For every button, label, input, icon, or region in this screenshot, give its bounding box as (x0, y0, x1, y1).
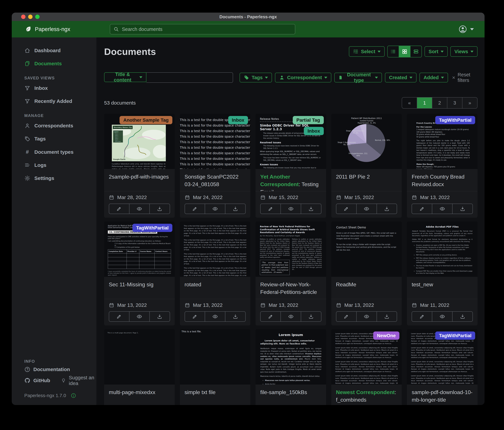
edit-button[interactable] (261, 204, 280, 214)
sidebar-item-documentation[interactable]: Documentation (24, 366, 70, 373)
sidebar-item-dashboard[interactable]: Dashboard (12, 46, 96, 56)
view-button[interactable] (280, 204, 301, 214)
document-thumbnail[interactable]: Adobe Acrobat PDF FilesAdobe® Portable D… (407, 221, 477, 277)
view-grid-button[interactable] (399, 46, 410, 57)
document-card[interactable]: Application for Medical Staff Membership… (104, 221, 175, 326)
view-button[interactable] (432, 204, 452, 214)
document-card[interactable]: Boundary Waters Trip Legend Day 1Day 2Da… (104, 114, 175, 218)
info-circle-icon[interactable] (71, 393, 76, 398)
document-title[interactable]: multi-page-mixedxx (104, 384, 175, 405)
document-thumbnail[interactable]: Release NotesSimba ODBC Driver for SQL S… (255, 114, 326, 169)
document-card[interactable]: Lorem ipsumLorem ipsum dolor sit amet, c… (255, 329, 326, 405)
document-title[interactable]: 2011 BP Pie 2 (331, 169, 402, 191)
view-button[interactable] (205, 204, 225, 214)
document-card[interactable]: Review of New York Federal Petitions for… (255, 221, 326, 326)
document-title[interactable]: simple txt file (180, 384, 251, 405)
edit-button[interactable] (412, 204, 432, 214)
tag-badge[interactable]: Inbox (304, 127, 324, 135)
document-thumbnail[interactable]: French Country Bread For the Leaven1 hea… (407, 114, 477, 169)
document-title[interactable]: Newest Correspondent: f_combineds (331, 384, 402, 405)
edit-button[interactable] (261, 312, 280, 321)
document-title[interactable]: Sonstige ScanPC2022 03-24_081058 (180, 169, 251, 191)
pagination-page-3[interactable]: 3 (447, 97, 462, 108)
document-card[interactable]: French Country Bread For the Leaven1 hea… (407, 114, 477, 218)
document-thumbnail[interactable]: Lorem ipsum dolor sit amet, consectetur … (331, 329, 402, 384)
document-thumbnail[interactable]: This is the text that appears on the fir… (180, 221, 251, 277)
document-card[interactable]: Release NotesSimba ODBC Driver for SQL S… (255, 114, 326, 218)
tag-badge[interactable]: Partial Tag (293, 116, 324, 124)
reset-filters-button[interactable]: × Reset filters (452, 72, 477, 83)
view-button[interactable] (356, 312, 377, 321)
document-title[interactable]: test_new (407, 277, 477, 299)
document-title[interactable]: ReadMe (331, 277, 402, 299)
document-thumbnail[interactable]: Contact Sheet DemoGiven a set of image f… (331, 221, 402, 277)
view-list-button[interactable] (388, 46, 399, 57)
created-filter-button[interactable]: Created (385, 73, 416, 82)
edit-button[interactable] (412, 312, 432, 321)
select-button[interactable]: Select (349, 46, 385, 57)
edit-button[interactable] (109, 204, 129, 214)
pagination-first[interactable]: « (402, 97, 417, 108)
sidebar-item-recently-added[interactable]: Recently Added (12, 96, 96, 106)
download-button[interactable] (149, 204, 170, 214)
document-card[interactable]: This is a multi page document. Page 1. m… (104, 329, 175, 405)
view-button[interactable] (356, 204, 377, 214)
download-button[interactable] (301, 312, 321, 321)
document-card[interactable]: Lorem ipsum dolor sit amet, consectetur … (407, 329, 477, 405)
download-button[interactable] (452, 312, 472, 321)
sort-button[interactable]: Sort (424, 46, 448, 57)
document-title[interactable]: file-sample_150kBs (255, 384, 326, 405)
download-button[interactable] (377, 312, 397, 321)
title-content-filter-button[interactable]: Title & content (104, 72, 146, 82)
download-button[interactable] (301, 204, 321, 214)
added-filter-button[interactable]: Added (420, 73, 448, 82)
sidebar-item-documents[interactable]: Documents (12, 59, 96, 69)
document-thumbnail[interactable]: This is a multi page document. Page 1. (104, 329, 175, 384)
download-button[interactable] (225, 312, 245, 321)
document-thumbnail[interactable]: Application for Medical Staff Membership… (104, 221, 175, 277)
document-card[interactable]: Patient BP Distribution 2011 Normal, 158… (331, 114, 402, 218)
tags-filter-button[interactable]: Tags (240, 73, 272, 82)
document-card[interactable]: This is the text that appears on the fir… (180, 221, 251, 326)
sidebar-item-logs[interactable]: Logs (12, 160, 96, 170)
view-button[interactable] (280, 312, 301, 321)
edit-button[interactable] (185, 204, 205, 214)
document-thumbnail[interactable]: Review of New York Federal Petitions for… (255, 221, 326, 277)
document-thumbnail[interactable]: Boundary Waters Trip Legend Day 1Day 2Da… (104, 114, 175, 169)
correspondent-filter-button[interactable]: Correspondent (275, 73, 331, 82)
document-type-filter-button[interactable]: Document type (334, 73, 382, 82)
filter-query-input[interactable] (146, 72, 233, 83)
sidebar-item-tags[interactable]: Tags (12, 134, 96, 144)
document-title[interactable]: 2sample-pdf-with-images (104, 169, 175, 191)
download-button[interactable] (225, 204, 245, 214)
edit-button[interactable] (185, 312, 205, 321)
document-card[interactable]: Lorem ipsum dolor sit amet, consectetur … (331, 329, 402, 405)
pagination-last[interactable]: » (462, 97, 477, 108)
tag-badge[interactable]: TagWithPartial (435, 331, 475, 340)
tag-badge[interactable]: Inbox (228, 116, 248, 124)
tag-badge[interactable]: NewOne (373, 331, 399, 340)
edit-button[interactable] (109, 312, 129, 321)
sidebar-item-inbox[interactable]: Inbox (12, 83, 96, 93)
tag-badge[interactable]: Another Sample Tag (119, 116, 172, 124)
document-card[interactable]: Contact Sheet DemoGiven a set of image f… (331, 221, 402, 326)
document-title[interactable]: Yet Another Correspondent: Testing Email (255, 169, 326, 191)
pagination-page-1[interactable]: 1 (417, 97, 432, 108)
download-button[interactable] (377, 204, 397, 214)
document-title[interactable]: Sec 11-Missing sig (104, 277, 175, 299)
document-title[interactable]: rotated (180, 277, 251, 299)
global-search[interactable] (110, 24, 295, 34)
document-title[interactable]: sample-pdf-download-10-mb-longer-title (407, 384, 477, 405)
download-button[interactable] (452, 204, 472, 214)
document-correspondent[interactable]: Yet Another Correspondent (260, 174, 299, 187)
edit-button[interactable] (336, 204, 356, 214)
sidebar-item-correspondents[interactable]: Correspondents (12, 121, 96, 131)
pagination-page-2[interactable]: 2 (432, 97, 447, 108)
edit-button[interactable] (336, 312, 356, 321)
tag-badge[interactable]: TagWithPartial (435, 116, 475, 124)
tag-badge[interactable]: TagWithPartial (133, 224, 172, 232)
minimize-window-button[interactable] (28, 15, 33, 19)
view-button[interactable] (129, 204, 149, 214)
user-menu[interactable] (459, 21, 474, 37)
sidebar-item-github[interactable]: GitHub (24, 377, 50, 383)
